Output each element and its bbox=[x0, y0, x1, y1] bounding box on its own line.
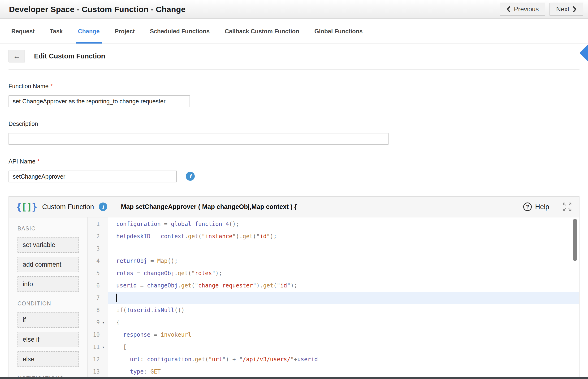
code-line[interactable]: userid = changeObj.get("change_requester… bbox=[108, 279, 579, 292]
api-info-icon[interactable]: i bbox=[186, 172, 195, 181]
code-row-8: 8if(!userid.isNull()) bbox=[88, 304, 579, 316]
palette-item-set-variable[interactable]: set variable bbox=[17, 237, 79, 253]
panel-title: Custom Function bbox=[42, 203, 94, 211]
tab-change[interactable]: Change bbox=[78, 19, 100, 44]
app-title: Developer Space - Custom Function - Chan… bbox=[9, 5, 186, 14]
tab-callback-custom-function[interactable]: Callback Custom Function bbox=[225, 19, 299, 44]
tab-bar: RequestTaskChangeProjectScheduled Functi… bbox=[0, 19, 588, 44]
panel-header: {[]} Custom Function i Map setChangeAppr… bbox=[9, 197, 579, 217]
nav-buttons: Previous Next bbox=[500, 3, 583, 16]
chevron-left-icon bbox=[506, 6, 511, 12]
help-icon: ? bbox=[523, 203, 532, 211]
description-input[interactable] bbox=[9, 133, 389, 145]
custom-function-icon: {[]} bbox=[16, 201, 37, 212]
api-name-input[interactable] bbox=[9, 171, 177, 182]
code-editor[interactable]: 1configuration = global_function_4();2he… bbox=[88, 217, 579, 379]
palette-item-if[interactable]: if bbox=[17, 312, 79, 328]
back-button[interactable]: ← bbox=[9, 50, 25, 63]
code-line[interactable] bbox=[108, 242, 579, 255]
main-content: ← Edit Custom Function Function Name* De… bbox=[0, 50, 588, 379]
function-name-label: Function Name* bbox=[9, 83, 579, 90]
code-row-9: 9▾{ bbox=[88, 316, 579, 329]
code-row-2: 2helpdeskID = context.get("instance").ge… bbox=[88, 230, 579, 242]
line-number: 4 bbox=[88, 255, 100, 267]
chevron-right-icon bbox=[573, 6, 577, 12]
line-number: 1 bbox=[88, 218, 100, 230]
expand-icon[interactable] bbox=[562, 202, 572, 211]
line-number: 9 bbox=[88, 316, 100, 329]
code-row-5: 5roles = changeObj.get("roles"); bbox=[88, 267, 579, 279]
line-number: 3 bbox=[88, 242, 100, 255]
back-arrow-icon: ← bbox=[13, 52, 21, 61]
code-line[interactable]: returnObj = Map(); bbox=[108, 255, 579, 267]
next-label: Next bbox=[556, 6, 569, 13]
code-line[interactable] bbox=[108, 292, 579, 304]
code-line[interactable]: url: configuration.get("url") + "/api/v3… bbox=[108, 353, 579, 365]
previous-button[interactable]: Previous bbox=[500, 3, 545, 16]
help-button[interactable]: ? Help bbox=[523, 203, 549, 211]
page-title: Edit Custom Function bbox=[34, 52, 105, 60]
fold-arrow-icon[interactable]: ▾ bbox=[100, 341, 107, 353]
line-number: 6 bbox=[88, 279, 100, 292]
line-number: 13 bbox=[88, 365, 100, 378]
previous-label: Previous bbox=[514, 6, 539, 13]
palette-item-info[interactable]: info bbox=[17, 276, 79, 292]
palette-section-basic: BASIC bbox=[17, 225, 79, 232]
code-rows: 1configuration = global_function_4();2he… bbox=[88, 217, 579, 379]
function-name-input[interactable] bbox=[9, 95, 190, 107]
api-name-label: API Name* bbox=[9, 158, 579, 165]
code-line[interactable]: [ bbox=[108, 341, 579, 353]
code-line[interactable]: roles = changeObj.get("roles"); bbox=[108, 267, 579, 279]
line-number: 11 bbox=[88, 341, 100, 353]
line-number: 5 bbox=[88, 267, 100, 279]
tab-task[interactable]: Task bbox=[50, 19, 63, 44]
code-line[interactable]: { bbox=[108, 316, 579, 329]
required-asterisk: * bbox=[51, 83, 53, 89]
code-row-11: 11▾ [ bbox=[88, 341, 579, 353]
editor-scrollbar[interactable] bbox=[573, 219, 577, 261]
tab-global-functions[interactable]: Global Functions bbox=[314, 19, 363, 44]
line-number: 10 bbox=[88, 329, 100, 341]
custom-function-panel: {[]} Custom Function i Map setChangeAppr… bbox=[9, 196, 579, 379]
required-asterisk: * bbox=[37, 158, 40, 165]
code-row-1: 1configuration = global_function_4(); bbox=[88, 218, 579, 230]
palette-item-else-if[interactable]: else if bbox=[17, 332, 79, 347]
palette-item-add-comment[interactable]: add comment bbox=[17, 257, 79, 272]
next-button[interactable]: Next bbox=[549, 3, 583, 16]
line-number: 7 bbox=[88, 292, 100, 304]
code-row-13: 13 type: GET bbox=[88, 365, 579, 378]
tab-project[interactable]: Project bbox=[115, 19, 135, 44]
line-number: 12 bbox=[88, 353, 100, 365]
code-row-12: 12 url: configuration.get("url") + "/api… bbox=[88, 353, 579, 365]
code-line[interactable]: configuration = global_function_4(); bbox=[108, 218, 579, 230]
code-line[interactable]: if(!userid.isNull()) bbox=[108, 304, 579, 316]
code-row-4: 4returnObj = Map(); bbox=[88, 255, 579, 267]
help-label: Help bbox=[535, 203, 549, 211]
panel-info-icon[interactable]: i bbox=[99, 203, 107, 211]
code-row-7: 7 bbox=[88, 292, 579, 304]
bottom-bar bbox=[0, 377, 588, 379]
code-row-10: 10 response = invokeurl bbox=[88, 329, 579, 341]
code-row-3: 3 bbox=[88, 242, 579, 255]
code-row-6: 6userid = changeObj.get("change_requeste… bbox=[88, 279, 579, 292]
code-line[interactable]: response = invokeurl bbox=[108, 329, 579, 341]
line-number: 8 bbox=[88, 304, 100, 316]
description-label: Description bbox=[9, 120, 579, 127]
function-signature: Map setChangeApprover ( Map changeObj,Ma… bbox=[121, 203, 297, 211]
code-line[interactable]: helpdeskID = context.get("instance").get… bbox=[108, 230, 579, 242]
code-line[interactable]: type: GET bbox=[108, 365, 579, 378]
fold-arrow-icon[interactable]: ▾ bbox=[100, 316, 107, 329]
snippet-palette: BASICset variableadd commentinfoCONDITIO… bbox=[9, 217, 88, 379]
tab-request[interactable]: Request bbox=[11, 19, 35, 44]
title-bar: Developer Space - Custom Function - Chan… bbox=[0, 0, 588, 19]
section-divider bbox=[9, 69, 579, 70]
palette-section-condition: CONDITION bbox=[17, 300, 79, 307]
tab-scheduled-functions[interactable]: Scheduled Functions bbox=[150, 19, 210, 44]
palette-item-else[interactable]: else bbox=[17, 351, 79, 367]
line-number: 2 bbox=[88, 230, 100, 242]
text-cursor bbox=[116, 294, 117, 302]
